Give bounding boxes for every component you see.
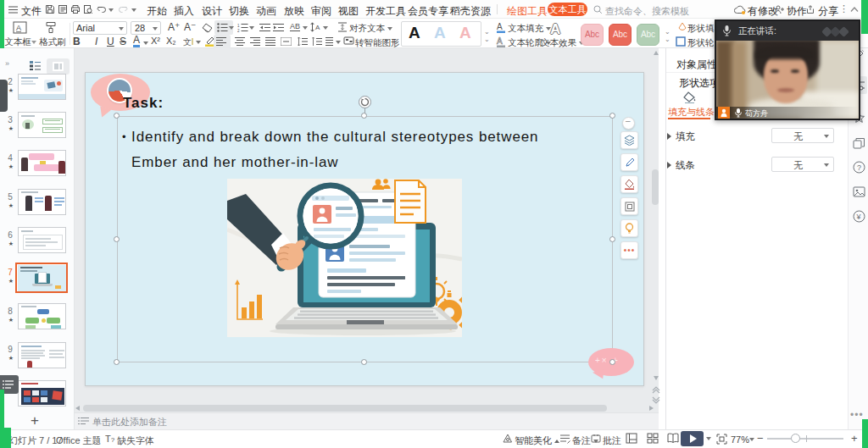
quickbar-fill-button[interactable] [620,175,638,193]
phonetic-guide-icon[interactable]: 文 [183,36,195,47]
superscript-button[interactable]: X² [151,36,160,46]
align-text-button[interactable]: 对齐文本 [349,23,392,35]
cloud-sync-icon[interactable] [734,5,746,14]
collapse-ribbon-icon[interactable] [850,7,859,12]
slide-image[interactable] [227,179,462,337]
quickbar-more-button[interactable]: ••• [620,241,638,259]
subscript-button[interactable]: X₂ [166,36,176,46]
zoom-track[interactable] [767,438,843,440]
slide-2-thumbnail[interactable] [18,74,66,100]
zoom-thumb[interactable] [791,434,800,443]
increase-font-button[interactable]: A⁺ [168,21,180,33]
text-effect-button[interactable]: 文本效果 [541,37,584,49]
bold-button[interactable]: B [73,36,81,47]
slide-4-number[interactable]: 4 [5,153,15,163]
handle-mid-left[interactable] [114,236,120,242]
para-spacing1-icon[interactable] [298,37,308,46]
collab-label[interactable]: 协作 [787,4,807,19]
align-right-icon[interactable] [250,37,260,46]
slide-9-number[interactable]: 9 [5,345,15,354]
add-slide-button[interactable]: + [31,412,39,429]
beautify-button[interactable]: 智能美化 [515,434,559,447]
slide-3-number[interactable]: 3 [5,115,15,124]
export-icon[interactable] [58,4,68,14]
reading-view-icon[interactable] [667,433,679,444]
tab-transition[interactable]: 切换 [229,4,249,19]
preset-a-black[interactable]: A [409,24,420,42]
font-color-button[interactable]: A [133,36,140,47]
slide-6-number[interactable]: 6 [5,230,15,240]
rail-windows-icon[interactable] [853,137,865,150]
sorter-view-icon[interactable] [647,433,659,444]
v-scrollbar-thumb[interactable] [652,169,659,205]
align-text-icon[interactable] [337,22,348,32]
tab-devtools[interactable]: 开发工具 [365,4,406,19]
zoom-level[interactable]: 77% [731,434,749,445]
distribute-icon[interactable] [281,37,292,46]
smart-graphic-icon[interactable] [343,36,354,47]
comments-button[interactable]: 批注 [603,434,621,447]
text-outline-icon[interactable]: A [496,36,506,47]
panel-tab-shape[interactable]: 形状选项 [679,76,720,91]
handle-top-right[interactable] [609,113,615,119]
align-left-icon[interactable] [216,37,226,46]
align-center-icon[interactable] [235,37,245,46]
rail-coin-icon[interactable]: ¥ [853,210,865,223]
video-call-overlay[interactable]: 正在讲话: 苟方舟 [715,19,860,120]
search-input[interactable]: 查找命令、搜索模板 [605,5,689,18]
text-box-icon[interactable]: A [13,21,27,34]
case-caret[interactable] [303,26,308,30]
tab-home[interactable]: 开始 [147,4,167,19]
change-case-button[interactable]: AB [290,22,300,31]
line-row-label[interactable]: 线条 [667,159,695,172]
preset-expand[interactable]: ⌄⌄ [484,28,490,43]
panel-collapse-icon[interactable]: » [5,59,8,68]
slide-7-thumbnail[interactable] [18,265,66,291]
status-missing-font[interactable]: 缺失字体 [117,434,154,447]
status-theme[interactable]: Office 主题 [56,434,102,447]
slide-bullet-text[interactable]: • Identify and break down the cultural s… [122,124,605,175]
tab-member[interactable]: 会员专享 [408,4,448,19]
tab-review[interactable]: 审阅 [311,4,331,19]
rotate-handle[interactable] [359,96,371,108]
tab-draw-tools[interactable]: 绘图工具 [507,4,548,19]
text-fill-icon[interactable]: A [496,22,506,33]
notes-placeholder[interactable]: 单击此处添加备注 [92,416,167,429]
handle-bottom-mid[interactable] [361,359,367,365]
side-handle-widget[interactable] [0,80,8,112]
more-menu-icon[interactable]: ⋮ [839,3,849,14]
decrease-font-button[interactable]: A⁻ [184,21,196,33]
slide-10-thumbnail[interactable] [18,380,66,407]
h-scrollbar-thumb[interactable] [83,405,607,412]
spacing-caret[interactable] [323,26,328,30]
v-scrollbar-up-arrow[interactable] [654,51,659,55]
fill-line-tab[interactable]: 填充与线条 [668,106,715,119]
strikethrough-button[interactable]: S [120,36,126,47]
font-color-caret[interactable] [143,41,148,45]
line-spacing2-caret[interactable] [336,41,341,44]
italic-button[interactable]: I [95,36,97,47]
quickbar-layers-button[interactable] [620,131,638,149]
handle-mid-right[interactable] [609,236,615,242]
clear-format-icon[interactable] [202,23,213,33]
style-abc-pink[interactable]: Abc [581,24,604,46]
style-abc-green[interactable]: Abc [637,24,659,46]
slide-8-thumbnail[interactable] [18,303,66,329]
style-expand[interactable]: ⌄⌄ [665,28,670,43]
slide-title[interactable]: Task: [123,95,164,112]
slide-4-thumbnail[interactable] [18,150,66,176]
rail-image-icon[interactable] [853,185,865,198]
underline-button[interactable]: U [107,36,114,47]
zoom-in-button[interactable]: + [851,432,858,445]
hamburger-menu-icon[interactable] [8,6,18,14]
fill-row-label[interactable]: 填充 [667,130,695,143]
file-menu[interactable]: 文件 [21,4,42,19]
decrease-indent-icon[interactable] [259,23,270,32]
zoom-out-button[interactable]: − [757,432,764,445]
font-name-select[interactable]: Arial [73,21,127,35]
shape-outline-icon[interactable] [676,36,686,47]
justify-icon[interactable] [265,37,275,46]
font-size-select[interactable]: 28 [131,21,161,35]
slide-6-thumbnail[interactable] [18,227,66,253]
h-scrollbar-left-arrow[interactable] [75,406,80,411]
